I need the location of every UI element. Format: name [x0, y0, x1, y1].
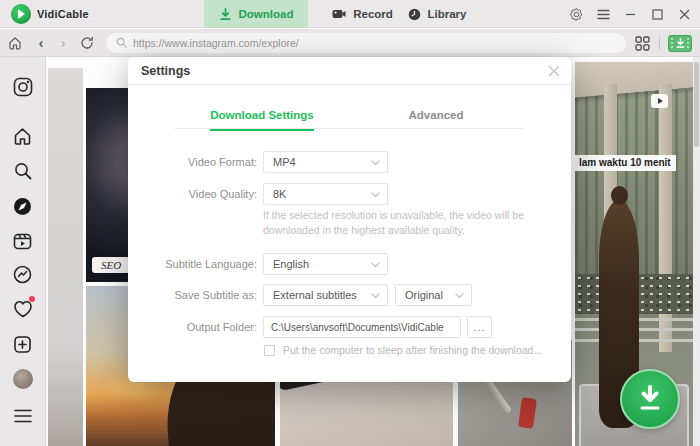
- save-subtitle-row: Save Subtitle as: External subtitles Ori…: [128, 284, 571, 306]
- tab-advanced-label: Advanced: [409, 109, 464, 131]
- subtitle-language-row: Subtitle Language: English: [128, 253, 571, 275]
- subtitle-format-select[interactable]: Original: [395, 284, 472, 306]
- post-tile[interactable]: [48, 68, 83, 446]
- vidicable-window: VidiCable Download Record Library: [0, 0, 700, 446]
- maximize-icon[interactable]: [649, 6, 665, 22]
- separator: [659, 36, 660, 50]
- tab-library[interactable]: Library: [393, 0, 481, 28]
- output-folder-row: Output Folder: C:\Users\anvsoft\Document…: [128, 316, 571, 338]
- browse-folder-button[interactable]: ...: [467, 316, 492, 338]
- minimize-icon[interactable]: [622, 6, 638, 22]
- chevron-down-icon: [371, 192, 380, 198]
- video-format-label: Video Format:: [128, 156, 257, 168]
- video-download-icon[interactable]: [668, 35, 692, 52]
- video-format-value: MP4: [273, 156, 296, 168]
- close-icon[interactable]: [547, 64, 561, 78]
- person-head: [611, 186, 628, 205]
- scrollbar-thumb[interactable]: [694, 62, 699, 147]
- output-folder-input[interactable]: C:\Users\anvsoft\Documents\VidiCable: [263, 316, 461, 338]
- download-fab-button[interactable]: [620, 369, 680, 429]
- chevron-down-icon: [371, 262, 380, 268]
- scrollbar-track: [693, 57, 700, 446]
- settings-dialog: Settings Download Settings Advanced Vide…: [128, 57, 571, 382]
- chevron-down-icon: [371, 160, 380, 166]
- window-controls: [568, 0, 692, 28]
- app-name: VidiCable: [37, 8, 89, 20]
- close-icon[interactable]: [676, 6, 692, 22]
- explore-compass-icon[interactable]: [12, 195, 34, 217]
- vidicable-logo-icon: [11, 4, 31, 24]
- menu-icon[interactable]: [595, 6, 611, 22]
- save-subtitle-label: Save Subtitle as:: [128, 289, 257, 301]
- chevron-down-icon: [371, 293, 380, 299]
- browser-bar: ‹ › https://www.instagram.com/explore/: [0, 29, 700, 57]
- instagram-logo-icon[interactable]: [12, 76, 34, 98]
- search-icon[interactable]: [12, 160, 34, 182]
- create-plus-icon[interactable]: [12, 333, 34, 355]
- instagram-sidebar: [0, 57, 46, 446]
- post-caption-label: SEO: [92, 257, 130, 273]
- reels-icon[interactable]: [12, 230, 34, 252]
- notification-dot: [29, 296, 35, 302]
- dialog-header: Settings: [128, 57, 571, 85]
- url-bar[interactable]: https://www.instagram.com/explore/: [106, 33, 626, 53]
- home-icon[interactable]: [12, 125, 34, 147]
- forward-icon[interactable]: ›: [54, 34, 72, 52]
- record-camera-icon: [332, 8, 346, 20]
- refresh-icon[interactable]: [78, 34, 96, 52]
- video-quality-label: Video Quality:: [128, 188, 257, 200]
- tab-download-settings[interactable]: Download Settings: [175, 105, 349, 131]
- home-icon[interactable]: [6, 34, 24, 52]
- tab-download-label: Download: [239, 8, 294, 20]
- quality-note: If the selected resolution is unavailabl…: [263, 208, 563, 238]
- browser-right-icons: [633, 29, 692, 57]
- menu-icon[interactable]: [12, 405, 34, 427]
- grid-apps-icon[interactable]: [633, 34, 651, 52]
- chevron-down-icon: [455, 293, 464, 299]
- save-subtitle-select[interactable]: External subtitles: [263, 284, 388, 306]
- output-folder-label: Output Folder:: [128, 321, 257, 333]
- profile-avatar[interactable]: [12, 368, 34, 390]
- video-quality-value: 8K: [273, 188, 286, 200]
- messenger-icon[interactable]: [12, 263, 34, 285]
- download-icon: [219, 8, 232, 21]
- settings-tabs: Download Settings Advanced: [175, 105, 523, 131]
- output-folder-value: C:\Users\anvsoft\Documents\VidiCable: [271, 322, 444, 333]
- tab-download[interactable]: Download: [204, 0, 308, 28]
- sleep-checkbox-row: Put the computer to sleep after finishin…: [264, 344, 556, 356]
- notifications-heart-icon[interactable]: [12, 298, 34, 320]
- red-object: [518, 397, 537, 429]
- tab-library-label: Library: [428, 8, 467, 20]
- search-icon: [116, 37, 127, 48]
- subtitle-language-select[interactable]: English: [263, 253, 388, 275]
- video-quality-row: Video Quality: 8K: [128, 183, 571, 205]
- back-icon[interactable]: ‹: [32, 34, 50, 52]
- video-overlay-label: lam waktu 10 menit: [575, 155, 676, 171]
- dialog-title: Settings: [141, 64, 190, 78]
- download-arrow-icon: [636, 384, 664, 414]
- tab-download-settings-label: Download Settings: [210, 109, 314, 131]
- subtitle-language-value: English: [273, 258, 309, 270]
- url-text: https://www.instagram.com/explore/: [133, 37, 299, 49]
- titlebar: VidiCable Download Record Library: [0, 0, 700, 28]
- save-subtitle-value: External subtitles: [273, 289, 357, 301]
- library-clock-icon: [408, 8, 421, 21]
- reel-icon: [651, 94, 668, 108]
- subtitle-language-label: Subtitle Language:: [128, 258, 257, 270]
- settings-gear-icon[interactable]: [568, 6, 584, 22]
- tab-advanced[interactable]: Advanced: [349, 105, 523, 131]
- sleep-checkbox[interactable]: [264, 345, 275, 356]
- video-format-row: Video Format: MP4: [128, 151, 571, 173]
- sleep-checkbox-label: Put the computer to sleep after finishin…: [283, 344, 542, 356]
- video-format-select[interactable]: MP4: [263, 151, 388, 173]
- subtitle-format-value: Original: [405, 289, 443, 301]
- video-quality-select[interactable]: 8K: [263, 183, 388, 205]
- tab-record-label: Record: [353, 8, 393, 20]
